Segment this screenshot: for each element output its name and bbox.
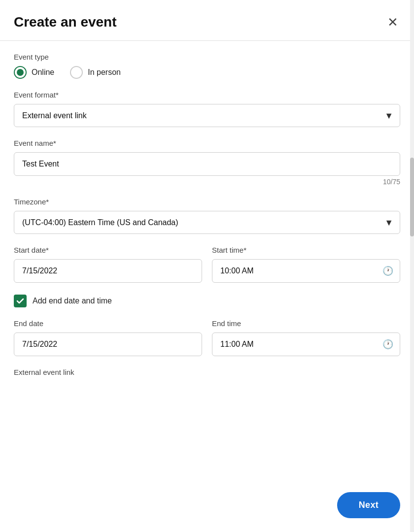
- external-link-group: External event link: [14, 368, 400, 376]
- end-time-label: End time: [212, 319, 400, 328]
- end-datetime-group: End date End time 🕐: [14, 319, 400, 356]
- end-time-input-wrapper: 🕐: [212, 332, 400, 356]
- event-type-label: Event type: [14, 53, 400, 61]
- add-end-datetime-checkbox[interactable]: [14, 295, 27, 307]
- external-link-label: External event link: [14, 368, 400, 376]
- modal-body: Event type Online In person Event format…: [0, 41, 414, 484]
- event-type-group: Event type Online In person: [14, 53, 400, 79]
- event-format-group: Event format* External event linkVideo c…: [14, 91, 400, 127]
- add-end-datetime-row[interactable]: Add end date and time: [14, 295, 400, 307]
- checkmark-icon: [16, 297, 24, 305]
- end-date-label: End date: [14, 319, 202, 328]
- start-date-input[interactable]: [14, 259, 202, 283]
- event-format-label: Event format*: [14, 91, 400, 99]
- radio-inperson-label: In person: [88, 68, 121, 77]
- start-time-label: Start time*: [212, 246, 400, 254]
- next-button[interactable]: Next: [337, 492, 400, 518]
- page-title: Create an event: [14, 14, 117, 30]
- char-count: 10/75: [14, 178, 400, 186]
- start-date-label: Start date*: [14, 246, 202, 254]
- timezone-label: Timezone*: [14, 198, 400, 206]
- start-datetime-group: Start date* Start time* 🕐: [14, 246, 400, 283]
- end-time-group: End time 🕐: [212, 319, 400, 356]
- event-format-select-wrapper: External event linkVideo callIn person ▼: [14, 104, 400, 127]
- radio-online-label: Online: [32, 68, 54, 77]
- modal-header: Create an event ✕: [0, 0, 414, 41]
- end-date-input[interactable]: [14, 332, 202, 356]
- end-time-input[interactable]: [212, 332, 400, 356]
- end-date-group: End date: [14, 319, 202, 356]
- timezone-group: Timezone* (UTC-04:00) Eastern Time (US a…: [14, 198, 400, 234]
- modal-footer: Next: [0, 484, 414, 532]
- radio-option-online[interactable]: Online: [14, 66, 54, 79]
- radio-online[interactable]: [14, 66, 27, 79]
- radio-option-inperson[interactable]: In person: [70, 66, 121, 79]
- add-end-datetime-label: Add end date and time: [33, 297, 112, 305]
- close-button[interactable]: ✕: [385, 14, 400, 31]
- start-time-group: Start time* 🕐: [212, 246, 400, 283]
- timezone-select-wrapper: (UTC-04:00) Eastern Time (US and Canada)…: [14, 211, 400, 234]
- radio-inperson[interactable]: [70, 66, 83, 79]
- scrollbar-thumb[interactable]: [410, 158, 414, 236]
- start-date-group: Start date*: [14, 246, 202, 283]
- timezone-select[interactable]: (UTC-04:00) Eastern Time (US and Canada)…: [14, 211, 400, 234]
- start-time-input[interactable]: [212, 259, 400, 283]
- create-event-modal: Create an event ✕ Event type Online In p…: [0, 0, 414, 532]
- event-type-radio-group: Online In person: [14, 66, 400, 79]
- start-time-input-wrapper: 🕐: [212, 259, 400, 283]
- event-name-group: Event name* 10/75: [14, 139, 400, 186]
- event-name-input[interactable]: [14, 152, 400, 176]
- event-name-label: Event name*: [14, 139, 400, 147]
- event-format-select[interactable]: External event linkVideo callIn person: [14, 104, 400, 127]
- scrollbar-track: [410, 0, 414, 532]
